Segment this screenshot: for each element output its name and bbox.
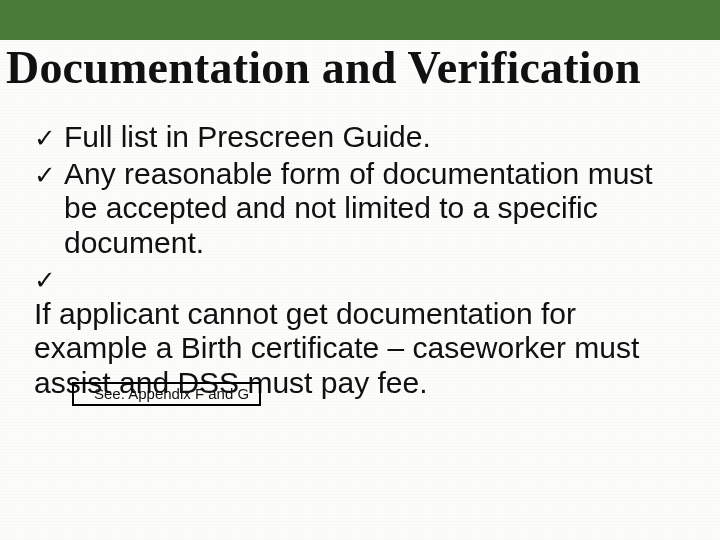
reference-box: See: Appendix F and G [72, 382, 261, 406]
list-item-text: Any reasonable form of documentation mus… [64, 157, 686, 261]
list-item: ✓ If applicant cannot get documentation … [34, 262, 686, 400]
list-item-text: Full list in Prescreen Guide. [64, 120, 686, 155]
checkmark-icon: ✓ [34, 120, 64, 155]
list-item: ✓ Any reasonable form of documentation m… [34, 157, 686, 261]
slide: Documentation and Verification ✓ Full li… [0, 0, 720, 540]
checkmark-icon: ✓ [34, 262, 64, 297]
slide-title: Documentation and Verification [6, 44, 714, 92]
top-accent-bar [0, 0, 720, 40]
reference-text: See: Appendix F and G [94, 385, 249, 402]
checkmark-icon: ✓ [34, 157, 64, 261]
bullet-list: ✓ Full list in Prescreen Guide. ✓ Any re… [34, 120, 686, 400]
list-item: ✓ Full list in Prescreen Guide. [34, 120, 686, 155]
